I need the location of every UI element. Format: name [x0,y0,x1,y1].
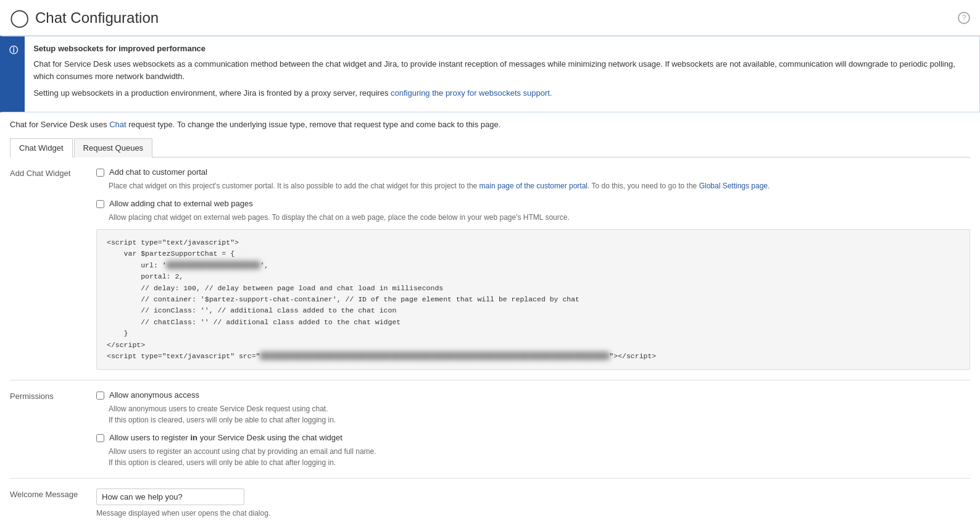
external-pages-help: Allow placing chat widget on external we… [109,212,970,223]
anonymous-access-checkbox[interactable] [96,392,104,400]
help-icon[interactable]: ? [958,12,970,24]
portal-help-suffix: . [768,182,770,190]
section-divider-2 [10,478,970,479]
anon-help-line1: Allow anonymous users to create Service … [109,403,970,414]
welcome-message-section: Welcome Message Message displayed when u… [10,489,970,519]
page-title: Chat Configuration [35,9,159,27]
main-content: Chat for Service Desk uses Chat request … [0,112,980,521]
permissions-content: Allow anonymous access Allow anonymous u… [96,390,970,468]
customer-portal-help: Place chat widget on this project's cust… [109,180,970,191]
embed-code-block: <script type="text/javascript"> var $par… [96,229,970,370]
register-help-line1: Allow users to register an account using… [109,446,970,457]
section-divider-1 [10,380,970,380]
header-left: ◯ Chat Configuration [10,7,159,28]
global-settings-link[interactable]: Global Settings page [699,182,768,190]
page-header: ◯ Chat Configuration ? [0,0,980,36]
banner-title: Setup websockets for improved performanc… [33,44,971,53]
external-pages-checkbox[interactable] [96,200,104,208]
websockets-link[interactable]: configuring the proxy for websockets sup… [391,88,552,98]
permissions-label: Permissions [10,390,96,401]
anon-help-line2: If this option is cleared, users will on… [109,414,970,426]
welcome-message-input[interactable] [96,489,244,505]
chat-icon: ◯ [10,7,29,28]
register-label-bold: in [191,433,198,442]
tab-request-queues[interactable]: Request Queues [74,138,153,157]
chat-request-type-link[interactable]: Chat [109,120,126,129]
external-pages-label[interactable]: Allow adding chat to external web pages [109,199,253,208]
tabs-container: Chat Widget Request Queues [10,138,970,157]
banner-paragraph2: Setting up websockets in a production en… [33,87,971,99]
notice-text: Chat for Service Desk uses Chat request … [10,119,970,131]
register-label[interactable]: Allow users to register in your Service … [109,433,343,442]
info-banner: ⓘ Setup websockets for improved performa… [0,36,980,112]
register-label-suffix: your Service Desk using the chat widget [197,433,343,442]
main-page-link[interactable]: main page of the customer portal [480,182,588,190]
welcome-message-help: Message displayed when user opens the ch… [96,508,970,519]
notice-suffix: request type. To change the underlying i… [127,120,501,129]
register-label-prefix: Allow users to register [109,433,191,442]
register-help-line2: If this option is cleared, users will on… [109,457,970,468]
info-banner-icon: ⓘ [2,36,25,112]
register-checkbox[interactable] [96,434,104,442]
customer-portal-label[interactable]: Add chat to customer portal [109,167,207,177]
anonymous-access-help: Allow anonymous users to create Service … [109,403,970,426]
register-help: Allow users to register an account using… [109,446,970,468]
register-option: Allow users to register in your Service … [96,433,970,442]
anonymous-access-option: Allow anonymous access [96,390,970,400]
portal-help-prefix: Place chat widget on this project's cust… [109,182,480,190]
banner-paragraph2-prefix: Setting up websockets in a production en… [33,88,391,98]
add-chat-widget-section: Add Chat Widget Add chat to customer por… [10,167,970,370]
portal-help-middle: . To do this, you need to go to the [588,182,699,190]
tab-chat-widget[interactable]: Chat Widget [10,138,73,157]
info-banner-content: Setup websockets for improved performanc… [25,36,979,112]
welcome-message-content: Message displayed when user opens the ch… [96,489,970,519]
banner-paragraph1: Chat for Service Desk uses websockets as… [33,58,971,82]
customer-portal-checkbox[interactable] [96,169,104,177]
welcome-message-label: Welcome Message [10,489,96,499]
add-chat-widget-content: Add chat to customer portal Place chat w… [96,167,970,370]
permissions-section: Permissions Allow anonymous access Allow… [10,390,970,468]
customer-portal-option: Add chat to customer portal [96,167,970,177]
add-chat-widget-label: Add Chat Widget [10,167,96,178]
anonymous-access-label[interactable]: Allow anonymous access [109,390,199,400]
external-pages-option: Allow adding chat to external web pages [96,199,970,208]
notice-prefix: Chat for Service Desk uses [10,120,109,129]
